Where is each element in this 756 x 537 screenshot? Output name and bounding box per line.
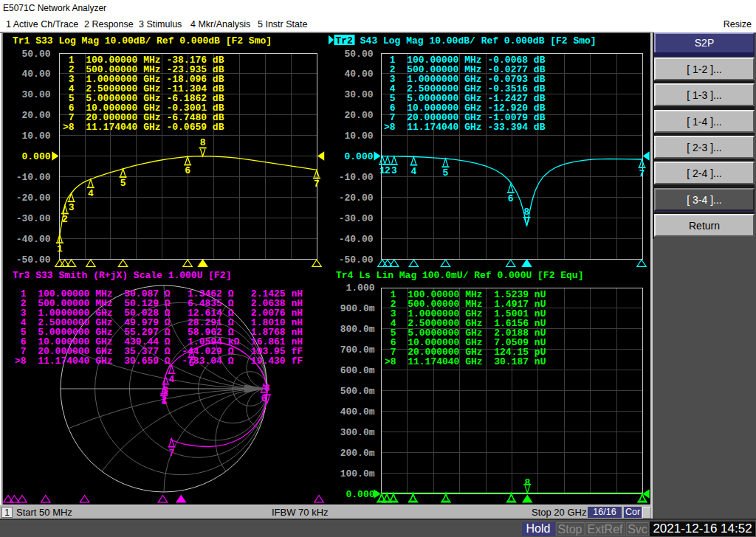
- svg-text:>8 11.174040 GHz 30.187 nU: >8 11.174040 GHz 30.187 nU: [385, 356, 546, 367]
- svg-text:Tr2: Tr2: [336, 35, 354, 46]
- svg-text:2: 2: [385, 165, 391, 176]
- svg-text:10.00: 10.00: [21, 131, 50, 142]
- svg-text:100.0m: 100.0m: [340, 468, 375, 479]
- svg-text:30.00: 30.00: [21, 89, 50, 100]
- svg-text:S43 Log Mag 10.00dB/ Ref 0.000: S43 Log Mag 10.00dB/ Ref 0.000dB [F2 Smo…: [354, 35, 597, 46]
- svg-text:2: 2: [62, 214, 68, 225]
- svg-text:300.0m: 300.0m: [340, 427, 375, 438]
- svg-text:8: 8: [200, 137, 206, 148]
- svg-text:800.0m: 800.0m: [340, 324, 375, 335]
- svg-text:4: 4: [88, 188, 94, 199]
- svg-text:20.00: 20.00: [21, 110, 50, 121]
- svg-text:-30.00: -30.00: [16, 213, 51, 224]
- svg-text:30.00: 30.00: [344, 89, 373, 100]
- svg-text:-30.00: -30.00: [339, 213, 374, 224]
- svg-text:-10.00: -10.00: [16, 172, 51, 183]
- svg-text:>8 11.174040 GHz -0.0659 dB: >8 11.174040 GHz -0.0659 dB: [63, 122, 224, 133]
- svg-text:7: 7: [639, 168, 645, 179]
- svg-text:8: 8: [524, 207, 530, 218]
- svg-text:40.00: 40.00: [21, 69, 50, 80]
- svg-text:1.000: 1.000: [346, 283, 374, 294]
- svg-text:-40.00: -40.00: [16, 234, 51, 245]
- svg-text:700.0m: 700.0m: [340, 344, 375, 356]
- svg-text:Tr4 Ls Lin Mag 100.0mU/ Ref 0.: Tr4 Ls Lin Mag 100.0mU/ Ref 0.000U [F2 E…: [336, 270, 583, 281]
- svg-text:7: 7: [314, 179, 320, 190]
- svg-text:900.0m: 900.0m: [340, 303, 375, 314]
- svg-text:-50.00: -50.00: [339, 254, 374, 266]
- svg-text:4: 4: [168, 374, 174, 385]
- svg-text:>8 11.174040 GHz 39.659 Ω -: >8 11.174040 GHz 39.659 Ω -783.04 Ω 19.4…: [15, 356, 303, 367]
- svg-text:-10.00: -10.00: [339, 172, 374, 183]
- svg-text:40.00: 40.00: [344, 69, 373, 80]
- svg-text:0.000: 0.000: [344, 151, 373, 162]
- svg-text:0.000: 0.000: [346, 489, 374, 500]
- svg-text:50.00: 50.00: [344, 49, 373, 60]
- svg-text:200.0m: 200.0m: [340, 448, 375, 459]
- svg-text:50.00: 50.00: [21, 49, 50, 60]
- svg-text:2: 2: [161, 395, 167, 406]
- svg-text:-20.00: -20.00: [339, 193, 374, 204]
- svg-text:3: 3: [162, 385, 168, 396]
- svg-text:4: 4: [410, 166, 416, 177]
- svg-text:8: 8: [524, 477, 530, 488]
- svg-text:6: 6: [185, 165, 190, 176]
- svg-text:500.0m: 500.0m: [340, 386, 375, 397]
- svg-text:-40.00: -40.00: [339, 234, 374, 245]
- svg-text:3: 3: [391, 165, 397, 176]
- svg-text:-50.00: -50.00: [16, 254, 51, 266]
- svg-text:20.00: 20.00: [344, 110, 373, 121]
- svg-text:400.0m: 400.0m: [340, 406, 375, 418]
- svg-text:-20.00: -20.00: [16, 193, 51, 204]
- svg-text:3: 3: [69, 202, 75, 213]
- svg-text:5: 5: [120, 178, 126, 189]
- svg-text:>8 11.174040 GHz -33.394 dB: >8 11.174040 GHz -33.394 dB: [384, 122, 546, 133]
- svg-text:Tr3 S33 Smith (R+jX) Scale 1.0: Tr3 S33 Smith (R+jX) Scale 1.000U [F2]: [13, 270, 231, 281]
- svg-text:6: 6: [508, 193, 514, 204]
- svg-text:1: 1: [57, 243, 63, 254]
- svg-text:600.0m: 600.0m: [340, 365, 375, 376]
- svg-text:7: 7: [169, 448, 175, 459]
- svg-text:Tr1 S33 Log Mag 10.00dB/ Ref 0: Tr1 S33 Log Mag 10.00dB/ Ref 0.000dB [F2…: [13, 35, 272, 46]
- svg-text:8: 8: [264, 383, 270, 394]
- svg-text:10.00: 10.00: [344, 131, 373, 142]
- svg-text:0.000: 0.000: [21, 151, 50, 162]
- svg-text:5: 5: [442, 167, 448, 179]
